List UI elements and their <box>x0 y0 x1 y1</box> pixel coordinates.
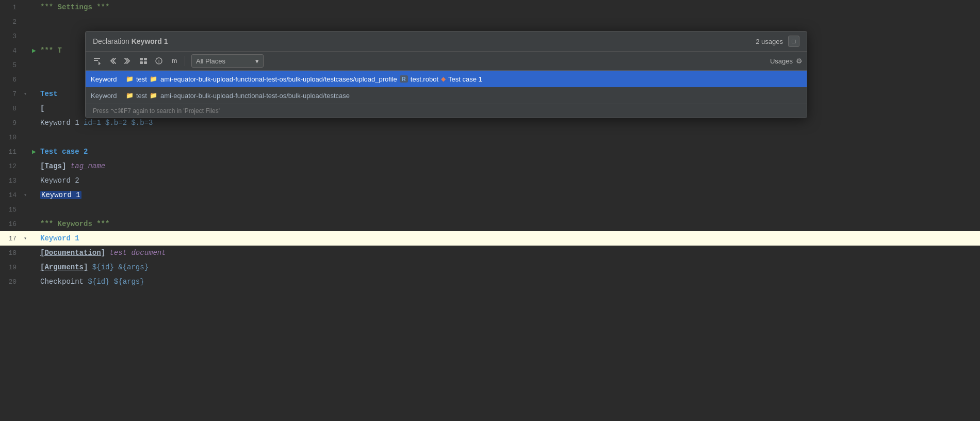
code-line-2: 2 <box>0 14 980 29</box>
line-content-19: [Arguments] ${id} &{args} <box>38 263 980 271</box>
code-line-12: 12 [Tags] tag_name <box>0 159 980 173</box>
line-content-11: Test case 2 <box>38 148 980 156</box>
svg-marker-2 <box>99 61 101 65</box>
line-content-9: Keyword 1 id=1 $.b=2 $.b=3 <box>38 119 980 127</box>
code-line-17: 17▾Keyword 1 <box>0 231 980 246</box>
code-line-11: 11▶Test case 2 <box>0 144 980 159</box>
find-usages-popup: Declaration Keyword 1 2 usages □ <box>85 31 807 118</box>
dropdown-arrow-icon: ▾ <box>255 57 259 65</box>
line-content-17: Keyword 1 <box>38 234 980 242</box>
hint-bar: Press ⌥⌘F7 again to search in 'Project F… <box>86 104 807 118</box>
line-number-5: 5 <box>0 61 22 69</box>
line-content-14: Keyword 1 <box>38 191 980 199</box>
result-label-1: Keyword <box>91 75 123 83</box>
toolbar-separator <box>185 56 185 66</box>
line-number-4: 4 <box>0 47 22 55</box>
result-row-1[interactable]: Keyword 📁 test 📁 ami-equator-bulk-upload… <box>86 71 807 87</box>
svg-rect-4 <box>144 58 147 60</box>
result-robot-file-1: test.robot <box>411 75 438 83</box>
toolbar-group-button[interactable] <box>136 54 151 68</box>
result-badge-r-1: R <box>400 75 408 83</box>
line-content-13: Keyword 2 <box>38 176 980 185</box>
result-label-2: Keyword <box>91 92 123 100</box>
usages-label: Usages ⚙ <box>770 57 803 65</box>
result-row-2[interactable]: Keyword 📁 test 📁 ami-equator-bulk-upload… <box>86 87 807 104</box>
line-number-17: 17 <box>0 235 22 242</box>
scope-dropdown[interactable]: All Places ▾ <box>191 54 264 68</box>
result-path-1: ami-equator-bulk-upload-functional-test-… <box>160 75 397 83</box>
code-line-14: 14▾ Keyword 1 <box>0 188 980 202</box>
toolbar-mark-button[interactable]: m <box>167 54 182 68</box>
fold-marker-14[interactable]: ▾ <box>22 192 29 198</box>
line-number-2: 2 <box>0 18 22 26</box>
code-line-16: 16*** Keywords *** <box>0 217 980 231</box>
line-number-14: 14 <box>0 191 22 199</box>
popup-toolbar: i m All Places ▾ Usages ⚙ <box>86 52 807 71</box>
svg-text:i: i <box>158 58 159 64</box>
code-line-20: 20 Checkpoint ${id} ${args} <box>0 274 980 289</box>
hint-text: Press ⌥⌘F7 again to search in 'Project F… <box>93 107 220 115</box>
popup-header: Declaration Keyword 1 2 usages □ <box>86 31 807 52</box>
dir-icon-2: 📁 <box>150 91 158 100</box>
line-content-18: [Documentation] test document <box>38 249 980 257</box>
folder-name-2: test <box>136 92 147 100</box>
code-line-15: 15 <box>0 202 980 217</box>
usages-gear-icon[interactable]: ⚙ <box>796 57 803 65</box>
line-number-9: 9 <box>0 119 22 127</box>
svg-rect-3 <box>140 58 143 60</box>
popup-results-list: Keyword 📁 test 📁 ami-equator-bulk-upload… <box>86 71 807 104</box>
popup-pin-button[interactable]: □ <box>788 36 799 47</box>
line-number-20: 20 <box>0 278 22 286</box>
result-test-label-1: Test case 1 <box>448 75 482 83</box>
popup-title: Declaration Keyword 1 <box>93 37 168 45</box>
fold-marker-7[interactable]: ▾ <box>22 91 29 97</box>
code-line-19: 19 [Arguments] ${id} &{args} <box>0 260 980 274</box>
code-line-1: 1*** Settings *** <box>0 0 980 14</box>
code-line-18: 18 [Documentation] test document <box>0 246 980 260</box>
line-content-12: [Tags] tag_name <box>38 162 980 170</box>
folder-icon-1: 📁 <box>125 75 134 83</box>
code-line-13: 13 Keyword 2 <box>0 173 980 188</box>
popup-keyword-name: Keyword 1 <box>132 37 168 45</box>
dir-icon-1: 📁 <box>150 75 158 83</box>
line-number-12: 12 <box>0 163 22 170</box>
line-content-1: *** Settings *** <box>38 3 980 11</box>
line-content-16: *** Keywords *** <box>38 220 980 228</box>
line-number-10: 10 <box>0 134 22 141</box>
popup-usages-count: 2 usages <box>756 38 783 45</box>
toolbar-forward-button[interactable] <box>121 54 135 68</box>
run-arrow-11[interactable]: ▶ <box>29 148 38 156</box>
result-path-2: ami-equator-bulk-upload-functional-test-… <box>160 92 350 100</box>
scope-dropdown-label: All Places <box>196 57 225 65</box>
line-number-6: 6 <box>0 76 22 84</box>
toolbar-scroll-to-source-button[interactable] <box>90 54 104 68</box>
toolbar-back-button[interactable] <box>105 54 120 68</box>
line-content-20: Checkpoint ${id} ${args} <box>38 278 980 286</box>
line-number-19: 19 <box>0 264 22 271</box>
svg-rect-0 <box>94 58 100 59</box>
usages-text: Usages <box>770 57 793 65</box>
folder-icon-2: 📁 <box>125 91 134 100</box>
svg-rect-6 <box>144 61 147 64</box>
code-line-10: 10 <box>0 130 980 144</box>
fold-marker-17[interactable]: ▾ <box>22 235 29 241</box>
line-number-1: 1 <box>0 4 22 11</box>
line-number-16: 16 <box>0 220 22 228</box>
line-number-15: 15 <box>0 206 22 214</box>
folder-name-1: test <box>136 75 147 83</box>
svg-rect-1 <box>94 60 98 61</box>
line-number-3: 3 <box>0 33 22 40</box>
toolbar-info-button[interactable]: i <box>152 54 166 68</box>
editor-area: 1*** Settings ***234▶*** T567▾Test8 [9 K… <box>0 0 980 421</box>
line-number-13: 13 <box>0 177 22 185</box>
result-arrow-1: ◆ <box>441 75 446 83</box>
run-arrow-4[interactable]: ▶ <box>29 46 38 55</box>
line-number-11: 11 <box>0 148 22 156</box>
line-number-7: 7 <box>0 90 22 98</box>
svg-rect-5 <box>140 61 143 64</box>
line-number-8: 8 <box>0 105 22 112</box>
line-number-18: 18 <box>0 249 22 257</box>
